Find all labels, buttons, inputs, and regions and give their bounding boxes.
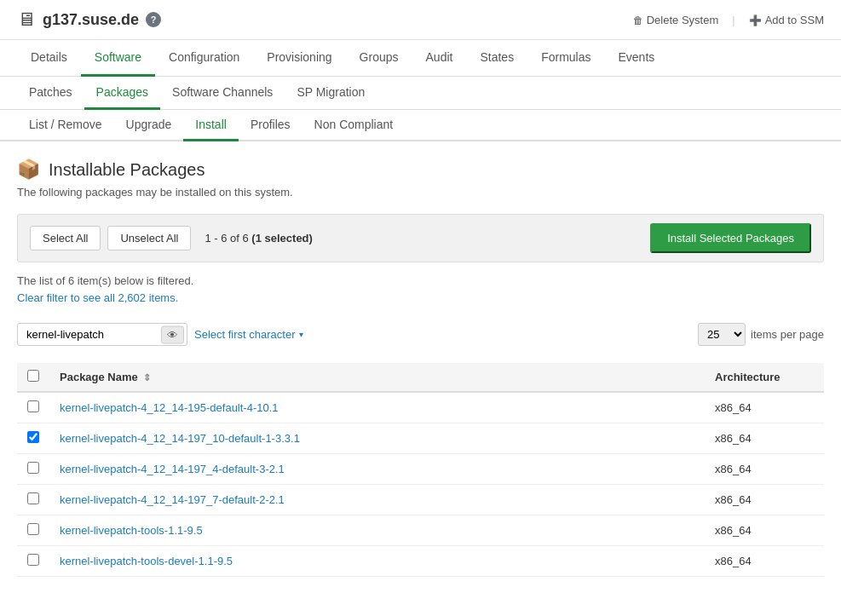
count-range: 1 - 6 of 6 bbox=[204, 232, 248, 245]
page-description: The following packages may be installed … bbox=[17, 186, 824, 199]
search-input-wrap: 👁 bbox=[17, 323, 187, 346]
row-architecture: x86_64 bbox=[705, 423, 824, 454]
nav-item-audit[interactable]: Audit bbox=[412, 40, 467, 77]
page-icon: 📦 bbox=[17, 158, 40, 181]
row-checkbox[interactable] bbox=[27, 492, 39, 504]
table-row: kernel-livepatch-4_12_14-197_4-default-3… bbox=[17, 454, 824, 485]
nav-item-groups[interactable]: Groups bbox=[346, 40, 412, 77]
search-left: 👁 Select first character ▾ bbox=[17, 323, 303, 346]
trash-icon bbox=[633, 14, 643, 26]
row-package-name: kernel-livepatch-tools-devel-1.1-9.5 bbox=[49, 546, 705, 577]
nav-item-details[interactable]: Details bbox=[17, 40, 81, 77]
char-select-dropdown[interactable]: Select first character ▾ bbox=[194, 328, 303, 341]
count-label: 1 - 6 of 6 (1 selected) bbox=[204, 232, 312, 245]
packages-table: Package Name ⇕ Architecture kernel-livep… bbox=[17, 363, 824, 577]
row-checkbox[interactable] bbox=[27, 523, 39, 535]
subnav-packages[interactable]: Packages bbox=[84, 77, 160, 110]
row-checkbox[interactable] bbox=[27, 431, 39, 443]
hostname: g137.suse.de bbox=[43, 11, 139, 29]
nav-item-provisioning[interactable]: Provisioning bbox=[253, 40, 345, 77]
page-title: Installable Packages bbox=[49, 160, 204, 180]
row-checkbox-cell bbox=[17, 546, 49, 577]
subnav-software-channels[interactable]: Software Channels bbox=[160, 77, 285, 110]
filter-notice: The list of 6 item(s) below is filtered. bbox=[17, 274, 824, 287]
help-icon[interactable]: ? bbox=[146, 12, 161, 27]
server-icon: 🖥 bbox=[17, 9, 36, 31]
row-package-name: kernel-livepatch-tools-1.1-9.5 bbox=[49, 515, 705, 546]
row-architecture: x86_64 bbox=[705, 454, 824, 485]
chevron-down-icon: ▾ bbox=[299, 330, 303, 339]
package-link[interactable]: kernel-livepatch-4_12_14-197_4-default-3… bbox=[60, 463, 285, 475]
delete-system-link[interactable]: Delete System bbox=[633, 14, 719, 26]
table-row: kernel-livepatch-4_12_14-197_10-default-… bbox=[17, 423, 824, 454]
package-link[interactable]: kernel-livepatch-4_12_14-195-default-4-1… bbox=[60, 401, 279, 414]
subnav-patches[interactable]: Patches bbox=[17, 77, 84, 110]
row-checkbox-cell bbox=[17, 454, 49, 485]
row-checkbox-cell bbox=[17, 485, 49, 515]
sub-nav: Patches Packages Software Channels SP Mi… bbox=[0, 77, 841, 110]
innernav-list-remove[interactable]: List / Remove bbox=[17, 110, 114, 141]
row-architecture: x86_64 bbox=[705, 392, 824, 423]
select-all-button[interactable]: Select All bbox=[30, 226, 101, 250]
toolbar: Select All Unselect All 1 - 6 of 6 (1 se… bbox=[17, 214, 824, 262]
row-package-name: kernel-livepatch-4_12_14-197_7-default-2… bbox=[49, 485, 705, 515]
row-checkbox-cell bbox=[17, 423, 49, 454]
innernav-upgrade[interactable]: Upgrade bbox=[114, 110, 184, 141]
row-checkbox[interactable] bbox=[27, 554, 39, 566]
table-row: kernel-livepatch-4_12_14-195-default-4-1… bbox=[17, 392, 824, 423]
per-page-label: items per page bbox=[751, 328, 824, 341]
row-architecture: x86_64 bbox=[705, 515, 824, 546]
content-area: 📦 Installable Packages The following pac… bbox=[0, 141, 841, 594]
nav-item-states[interactable]: States bbox=[466, 40, 527, 77]
table-row: kernel-livepatch-tools-devel-1.1-9.5 x86… bbox=[17, 546, 824, 577]
package-link[interactable]: kernel-livepatch-tools-devel-1.1-9.5 bbox=[60, 555, 233, 567]
filter-clear-link[interactable]: Clear filter to see all 2,602 items. bbox=[17, 291, 178, 304]
install-selected-button[interactable]: Install Selected Packages bbox=[650, 223, 811, 253]
eye-button[interactable]: 👁 bbox=[161, 325, 184, 343]
nav-item-formulas[interactable]: Formulas bbox=[527, 40, 604, 77]
inner-nav: List / Remove Upgrade Install Profiles N… bbox=[0, 110, 841, 141]
row-checkbox[interactable] bbox=[27, 462, 39, 474]
char-select-label: Select first character bbox=[194, 328, 296, 341]
unselect-all-button[interactable]: Unselect All bbox=[107, 226, 191, 250]
top-bar: 🖥 g137.suse.de ? Delete System | Add to … bbox=[0, 0, 841, 40]
plus-circle-icon bbox=[749, 14, 762, 26]
row-package-name: kernel-livepatch-4_12_14-197_4-default-3… bbox=[49, 454, 705, 485]
nav-item-software[interactable]: Software bbox=[81, 40, 155, 77]
table-row: kernel-livepatch-tools-1.1-9.5 x86_64 bbox=[17, 515, 824, 546]
nav-item-events[interactable]: Events bbox=[605, 40, 669, 77]
per-page-select[interactable]: 25 50 100 bbox=[698, 323, 746, 346]
row-architecture: x86_64 bbox=[705, 546, 824, 577]
page-header: 📦 Installable Packages bbox=[17, 158, 824, 181]
row-checkbox-cell bbox=[17, 392, 49, 423]
package-link[interactable]: kernel-livepatch-tools-1.1-9.5 bbox=[60, 524, 203, 537]
row-package-name: kernel-livepatch-4_12_14-197_10-default-… bbox=[49, 423, 705, 454]
nav-item-configuration[interactable]: Configuration bbox=[155, 40, 253, 77]
col-header-check bbox=[17, 363, 49, 392]
top-bar-left: 🖥 g137.suse.de ? bbox=[17, 9, 161, 31]
col-header-architecture: Architecture bbox=[705, 363, 824, 392]
sort-icon: ⇕ bbox=[143, 372, 151, 383]
row-package-name: kernel-livepatch-4_12_14-195-default-4-1… bbox=[49, 392, 705, 423]
row-checkbox-cell bbox=[17, 515, 49, 546]
table-row: kernel-livepatch-4_12_14-197_7-default-2… bbox=[17, 485, 824, 515]
count-selected: (1 selected) bbox=[251, 232, 313, 245]
search-right: 25 50 100 items per page bbox=[698, 323, 824, 346]
search-row: 👁 Select first character ▾ 25 50 100 ite… bbox=[17, 316, 824, 353]
separator: | bbox=[732, 14, 734, 26]
main-nav: Details Software Configuration Provision… bbox=[0, 40, 841, 77]
table-header-row: Package Name ⇕ Architecture bbox=[17, 363, 824, 392]
row-architecture: x86_64 bbox=[705, 485, 824, 515]
add-to-ssm-link[interactable]: Add to SSM bbox=[749, 14, 824, 26]
innernav-install[interactable]: Install bbox=[183, 110, 239, 141]
subnav-sp-migration[interactable]: SP Migration bbox=[285, 77, 377, 110]
top-bar-actions: Delete System | Add to SSM bbox=[633, 14, 824, 26]
filter-block: The list of 6 item(s) below is filtered.… bbox=[17, 274, 824, 304]
innernav-profiles[interactable]: Profiles bbox=[239, 110, 302, 141]
package-link[interactable]: kernel-livepatch-4_12_14-197_10-default-… bbox=[60, 432, 300, 445]
select-all-checkbox[interactable] bbox=[27, 370, 39, 382]
package-link[interactable]: kernel-livepatch-4_12_14-197_7-default-2… bbox=[60, 493, 285, 506]
innernav-non-compliant[interactable]: Non Compliant bbox=[302, 110, 406, 141]
col-header-package-name[interactable]: Package Name ⇕ bbox=[49, 363, 705, 392]
row-checkbox[interactable] bbox=[27, 400, 39, 412]
